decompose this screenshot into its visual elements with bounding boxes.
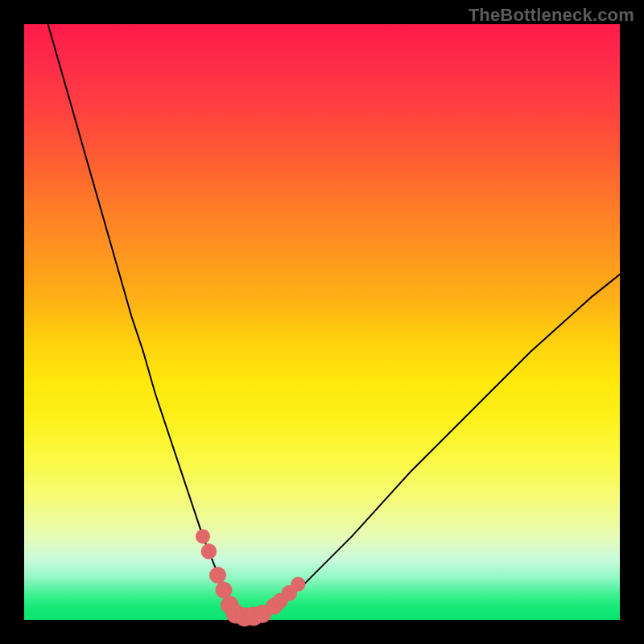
curve-marker — [196, 530, 210, 544]
curve-marker — [216, 582, 233, 599]
bottleneck-curve — [48, 24, 620, 617]
curve-marker — [291, 577, 306, 592]
curve-markers — [196, 530, 305, 627]
watermark-text: TheBottleneck.com — [469, 5, 634, 26]
curve-marker — [201, 543, 217, 559]
chart-frame: TheBottleneck.com — [0, 0, 644, 644]
curve-marker — [209, 567, 226, 584]
chart-overlay-svg — [24, 24, 620, 620]
